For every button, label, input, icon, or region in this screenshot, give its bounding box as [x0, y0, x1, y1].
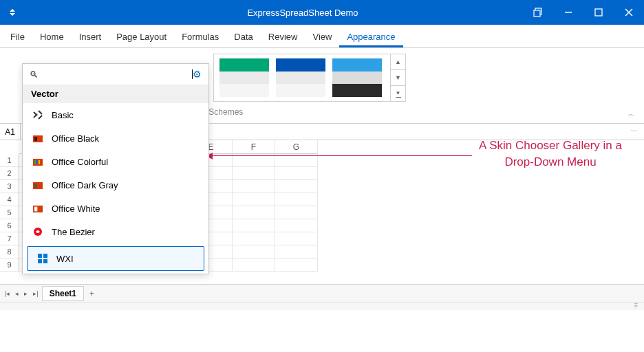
restore-down-icon[interactable] [523, 0, 553, 25]
ribbon-tab-data[interactable]: Data [226, 26, 260, 47]
cell[interactable] [275, 193, 318, 206]
row-header[interactable]: 2 [0, 167, 19, 180]
scheme-swatch-2[interactable] [276, 58, 325, 97]
row-header[interactable]: 5 [0, 206, 19, 219]
cell[interactable] [233, 180, 275, 193]
cell[interactable] [275, 219, 318, 232]
cell-reference-box[interactable]: A1 [0, 124, 21, 140]
skin-item-wxi[interactable]: WXI [27, 246, 204, 271]
sheet-nav-next-icon[interactable]: ▸ [22, 289, 30, 298]
sheet-tab[interactable]: Sheet1 [42, 286, 84, 301]
skin-icon [37, 253, 48, 264]
row-header[interactable]: 8 [0, 245, 19, 258]
skin-item-label: The Bezier [52, 227, 95, 237]
cell[interactable] [233, 219, 275, 232]
skin-search-input[interactable] [44, 69, 192, 80]
skin-item-the-bezier[interactable]: The Bezier [23, 220, 208, 243]
ribbon-tab-home[interactable]: Home [32, 26, 72, 47]
ribbon-tab-review[interactable]: Review [261, 26, 305, 47]
title-bar: ExpressSpreadSheet Demo [0, 0, 644, 25]
quick-access-toggle[interactable] [7, 8, 18, 17]
cell[interactable] [275, 245, 318, 258]
row-header[interactable]: 1 [0, 154, 19, 167]
column-header[interactable]: G [275, 140, 318, 154]
scheme-swatch-3[interactable] [332, 58, 382, 97]
add-sheet-icon[interactable]: + [85, 287, 98, 300]
skin-icon [32, 109, 43, 120]
gallery-scroll-down-icon[interactable]: ▼ [391, 70, 405, 86]
skin-item-office-black[interactable]: Office Black [23, 126, 208, 150]
search-icon: 🔍︎ [30, 69, 39, 80]
cell[interactable] [275, 232, 318, 245]
skin-item-office-dark-gray[interactable]: Office Dark Gray [23, 173, 208, 197]
ribbon-tab-formulas[interactable]: Formulas [174, 26, 226, 47]
formula-bar-expand-icon[interactable]: ﹀ [624, 127, 644, 136]
cell[interactable] [275, 167, 318, 180]
ribbon-tab-view[interactable]: View [305, 26, 339, 47]
cell[interactable] [233, 193, 275, 206]
sheet-tab-bar: |◂ ◂ ▸ ▸| Sheet1 + [0, 285, 644, 302]
close-icon[interactable] [614, 0, 644, 25]
scheme-swatch-1[interactable] [219, 58, 269, 97]
svg-rect-20 [43, 259, 47, 263]
svg-rect-17 [38, 254, 42, 258]
status-bar: ⠿ [0, 302, 644, 310]
svg-rect-18 [43, 254, 47, 258]
sheet-nav-last-icon[interactable]: ▸| [31, 289, 40, 298]
window-title: ExpressSpreadSheet Demo [83, 8, 523, 18]
cell[interactable] [275, 206, 318, 219]
skin-item-label: Basic [52, 110, 74, 120]
color-scheme-gallery[interactable]: ▲ ▼ ▼ [213, 54, 406, 102]
annotation-line [211, 155, 472, 156]
svg-rect-13 [34, 184, 37, 188]
ribbon-collapse-icon[interactable]: ︿ [627, 109, 634, 119]
row-header[interactable]: 3 [0, 180, 19, 193]
skin-item-label: Office Dark Gray [52, 180, 118, 190]
cell[interactable] [233, 245, 275, 258]
ribbon-tab-appearance[interactable]: Appearance [339, 26, 402, 47]
row-header[interactable]: 4 [0, 193, 19, 206]
svg-rect-10 [36, 160, 38, 164]
row-header[interactable]: 6 [0, 219, 19, 232]
skin-item-basic[interactable]: Basic [23, 103, 208, 126]
maximize-icon[interactable] [583, 0, 614, 25]
cell[interactable] [233, 232, 275, 245]
svg-rect-15 [34, 207, 37, 211]
row-header[interactable]: 9 [0, 258, 19, 272]
sheet-nav-first-icon[interactable]: |◂ [3, 289, 12, 298]
skin-icon [32, 179, 43, 190]
svg-rect-3 [595, 9, 602, 16]
ribbon-tab-insert[interactable]: Insert [72, 26, 109, 47]
ribbon-tab-page-layout[interactable]: Page Layout [109, 26, 174, 47]
column-header[interactable]: F [233, 140, 275, 154]
gallery-expand-icon[interactable]: ▼ [391, 86, 405, 101]
row-header[interactable]: 7 [0, 232, 19, 245]
skin-item-office-colorful[interactable]: Office Colorful [23, 150, 208, 173]
skin-icon [32, 133, 43, 144]
skin-category-header: Vector [23, 85, 208, 103]
skin-item-label: WXI [56, 254, 74, 264]
annotation-text: A Skin Chooser Gallery in a Drop-Down Me… [475, 138, 626, 170]
skin-item-label: Office Colorful [52, 157, 108, 167]
cell[interactable] [233, 167, 275, 180]
cell[interactable] [275, 258, 318, 272]
skin-item-label: Office Black [52, 133, 99, 144]
cell[interactable] [233, 258, 275, 272]
skin-item-office-white[interactable]: Office White [23, 197, 208, 220]
ribbon-tab-file[interactable]: File [3, 26, 32, 47]
sheet-nav-prev-icon[interactable]: ◂ [13, 289, 21, 298]
svg-rect-19 [38, 259, 42, 263]
svg-rect-9 [34, 160, 36, 164]
minimize-icon[interactable] [553, 0, 583, 25]
cell[interactable] [233, 206, 275, 219]
ribbon-tabs: FileHomeInsertPage LayoutFormulasDataRev… [0, 25, 644, 48]
svg-rect-7 [34, 137, 37, 141]
gallery-scroll-up-icon[interactable]: ▲ [391, 54, 405, 70]
gear-icon[interactable]: ⚙ [193, 69, 202, 80]
skin-icon [32, 156, 43, 167]
skin-chooser-dropdown: 🔍︎ ⚙ Vector BasicOffice BlackOffice Colo… [22, 63, 209, 274]
skin-search-row: 🔍︎ ⚙ [23, 64, 208, 85]
cell[interactable] [275, 180, 318, 193]
svg-rect-11 [39, 160, 40, 164]
svg-rect-1 [534, 10, 540, 16]
